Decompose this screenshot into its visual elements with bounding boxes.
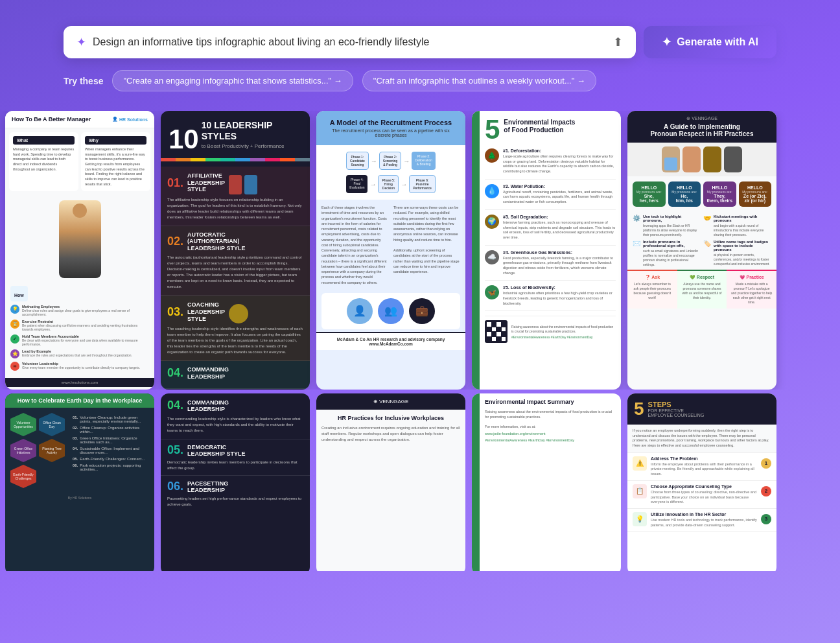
card-env-row2: Environmental Impact Summary Raising awa… [472, 393, 621, 571]
suggestion-chip-1[interactable]: "Create an engaging infographic that sho… [112, 70, 353, 91]
card-recruitment: A Model of the Recruitment Process The r… [316, 111, 465, 390]
generate-sparkle-icon: ✦ [662, 35, 671, 49]
search-row: ✦ Design an informative tips infographic… [64, 26, 776, 58]
card-pronoun: ⊕ VENNGAGE A Guide to ImplementingPronou… [627, 111, 776, 390]
try-these-label: Try these [64, 76, 103, 86]
suggestion-chip-2[interactable]: "Craft an infographic that outlines a we… [362, 70, 596, 91]
card-manager: How To Be A Better Manager 👤 HR Solution… [5, 111, 154, 390]
sparkle-icon: ✦ [76, 35, 86, 49]
manager-header: How To Be A Better Manager 👤 HR Solution… [5, 111, 154, 128]
card-earth: How to Celebrate Earth Day in the Workpl… [5, 393, 154, 571]
card-leadership: 10 10 LEADERSHIP STYLES to Boost Product… [161, 111, 310, 390]
search-bar[interactable]: ✦ Design an informative tips infographic… [64, 26, 636, 58]
card-environmental: 5 Environmental Impactsof Food Productio… [472, 111, 621, 390]
hr-logo-icon: 👤 [112, 117, 118, 122]
card-pronoun-cont: ⊕ VENNGAGE HR Practices for Inclusive Wo… [316, 393, 465, 571]
upload-icon[interactable]: ⬆ [613, 35, 623, 49]
generate-button[interactable]: ✦ Generate with AI [644, 26, 776, 58]
suggestions-row: Try these "Create an engaging infographi… [64, 70, 776, 91]
search-input-text[interactable]: Design an informative tips infographic a… [93, 36, 607, 48]
card-counseling: 5 STEPS FOR EFFECTIVEEMPLOYEE COUNSELING… [627, 393, 776, 571]
card-leadership-cont: 04. COMMANDINGLEADERSHIP The commanding … [161, 393, 310, 571]
